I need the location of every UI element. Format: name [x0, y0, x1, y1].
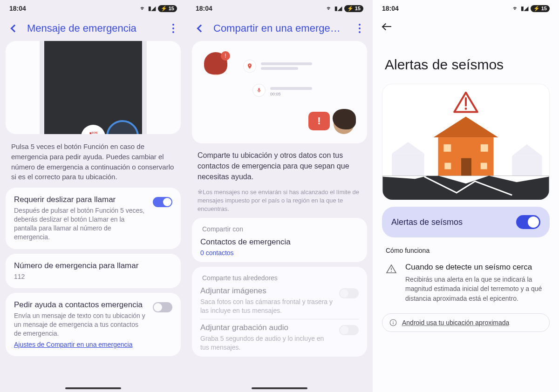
overflow-menu-button[interactable]: [169, 22, 178, 34]
wifi-icon: ᯤ: [513, 5, 518, 12]
setting-title: Adjuntar grabación audio: [200, 323, 334, 332]
svg-point-2: [465, 108, 467, 110]
back-button[interactable]: [8, 22, 20, 34]
sos-illustration: SOS: [6, 41, 181, 134]
share-illustration: ! 00:05 !: [192, 41, 367, 143]
home-indicator[interactable]: [252, 387, 307, 389]
svg-marker-8: [434, 116, 498, 137]
info-description: Recibirás una alerta en la que se indica…: [405, 275, 546, 303]
chip-label: Android usa tu ubicación aproximada: [402, 319, 509, 326]
home-indicator[interactable]: [65, 387, 121, 389]
screen-earthquake-alerts: 18:04 ᯤ ▮◢ ⚡15 Alertas de seísmos: [373, 0, 559, 392]
page-title: Compartir en una emerge…: [213, 22, 348, 34]
svg-rect-9: [461, 158, 471, 177]
attach-images-setting: Adjuntar imágenes Saca fotos con las cám…: [200, 286, 359, 315]
svg-point-19: [393, 321, 394, 322]
emergency-number-setting[interactable]: Número de emergencia para llamar 112: [6, 254, 181, 289]
chevron-left-icon: [11, 25, 19, 33]
signal-icon: ▮◢: [334, 5, 342, 12]
svg-rect-10: [443, 144, 451, 152]
section-label: Compartir con: [200, 223, 359, 237]
earthquake-illustration: [382, 84, 550, 200]
attach-images-toggle: [339, 288, 359, 298]
header: Compartir en una emerge…: [186, 14, 373, 41]
setting-subtitle: Graba 5 segundos de audio y lo incluye e…: [200, 334, 334, 352]
share-surroundings-section: Comparte tus alrededores Adjuntar imágen…: [192, 267, 367, 357]
alert-badge-icon: !: [221, 51, 230, 61]
wifi-icon: ᯤ: [327, 5, 332, 12]
toggle-label: Alertas de seísmos: [391, 217, 463, 227]
require-slide-toggle[interactable]: [153, 197, 172, 207]
status-icons: ᯤ ▮◢ ⚡15: [140, 5, 177, 12]
setting-title: Contactos de emergencia: [200, 237, 359, 247]
earthquake-alerts-toggle[interactable]: [516, 215, 540, 229]
battery-pill: ⚡15: [158, 5, 177, 12]
status-icons: ᯤ ▮◢ ⚡15: [327, 5, 363, 12]
battery-pill: ⚡15: [531, 5, 550, 12]
status-time: 18:04: [9, 5, 26, 12]
sos-button-graphic: SOS: [81, 125, 105, 134]
signal-icon: ▮◢: [521, 5, 528, 12]
share-with-section: Compartir con Contactos de emergencia 0 …: [192, 218, 367, 262]
setting-subtitle: Saca fotos con las cámaras frontal y tra…: [200, 297, 334, 315]
signal-icon: ▮◢: [148, 5, 156, 12]
warning-icon: [386, 263, 397, 303]
audio-duration: 00:05: [270, 92, 289, 94]
wifi-icon: ᯤ: [140, 5, 146, 12]
status-bar: 18:04 ᯤ ▮◢ ⚡15: [373, 0, 559, 14]
status-time: 18:04: [382, 5, 399, 12]
contacts-count: 0 contactos: [200, 249, 359, 257]
screen-emergency-message: 18:04 ᯤ ▮◢ ⚡15 Mensaje de emergencia SOS…: [0, 0, 186, 392]
divider: [200, 319, 359, 319]
screen-share-emergency: 18:04 ᯤ ▮◢ ⚡15 Compartir en una emerge… …: [186, 0, 373, 392]
ask-contacts-setting[interactable]: Pedir ayuda a contactos emergencia Envía…: [6, 293, 181, 356]
chevron-left-icon: [197, 25, 205, 33]
page-title: Alertas de seísmos: [373, 39, 559, 76]
emergency-contacts-item[interactable]: Contactos de emergencia 0 contactos: [200, 237, 359, 257]
setting-title: Requerir deslizar para llamar: [14, 195, 147, 204]
svg-rect-13: [481, 163, 487, 169]
info-title: Cuando se detecte un seísmo cerca: [405, 263, 546, 272]
svg-rect-11: [481, 144, 488, 152]
attach-audio-toggle: [339, 325, 359, 335]
how-it-works-label: Cómo funciona: [373, 244, 559, 261]
require-slide-setting[interactable]: Requerir deslizar para llamar Después de…: [6, 188, 181, 249]
earthquake-alerts-toggle-card[interactable]: Alertas de seísmos: [382, 207, 550, 237]
attach-audio-setting: Adjuntar grabación audio Graba 5 segundo…: [200, 323, 359, 352]
share-emergency-settings-link[interactable]: Ajustes de Compartir en una emergencia: [14, 341, 132, 348]
status-bar: 18:04 ᯤ ▮◢ ⚡15: [0, 0, 186, 14]
svg-marker-4: [392, 142, 424, 154]
ask-contacts-toggle[interactable]: [153, 302, 172, 312]
svg-rect-12: [444, 163, 451, 169]
svg-point-16: [391, 271, 392, 272]
setting-title: Pedir ayuda a contactos emergencia: [14, 300, 147, 310]
arrow-left-icon: [383, 26, 391, 27]
svg-text:SOS: SOS: [91, 131, 97, 134]
status-bar: 18:04 ᯤ ▮◢ ⚡15: [186, 0, 373, 14]
setting-title: Número de emergencia para llamar: [14, 261, 172, 270]
setting-subtitle: 112: [14, 272, 172, 281]
setting-title: Adjuntar imágenes: [200, 286, 334, 296]
mic-icon: [252, 84, 266, 97]
page-description: Pulsa 5 veces el botón Función en caso d…: [0, 139, 186, 188]
back-button[interactable]: [195, 22, 207, 34]
status-time: 18:04: [196, 5, 212, 12]
message-limit-note: ※Los mensajes no se enviarán si has alca…: [186, 188, 373, 218]
svg-rect-3: [392, 154, 424, 177]
info-icon: [389, 318, 397, 327]
setting-subtitle: Después de pulsar el botón Función 5 vec…: [14, 206, 147, 242]
overflow-menu-button[interactable]: [355, 22, 364, 34]
slide-hint-graphic: [106, 120, 139, 134]
header: Mensaje de emergencia: [0, 14, 186, 41]
info-detection-nearby: Cuando se detecte un seísmo cerca Recibi…: [373, 261, 559, 305]
location-chip[interactable]: Android usa tu ubicación aproximada: [382, 313, 550, 332]
battery-pill: ⚡15: [344, 5, 363, 12]
location-pin-icon: [243, 60, 256, 73]
page-description: Comparte tu ubicación y otros datos con …: [186, 147, 373, 188]
section-label: Comparte tus alrededores: [200, 271, 359, 286]
back-button[interactable]: [381, 20, 393, 33]
svg-rect-5: [512, 156, 542, 177]
alert-bubble-icon: !: [308, 112, 330, 130]
status-icons: ᯤ ▮◢ ⚡15: [513, 5, 550, 12]
page-title: Mensaje de emergencia: [27, 22, 162, 34]
